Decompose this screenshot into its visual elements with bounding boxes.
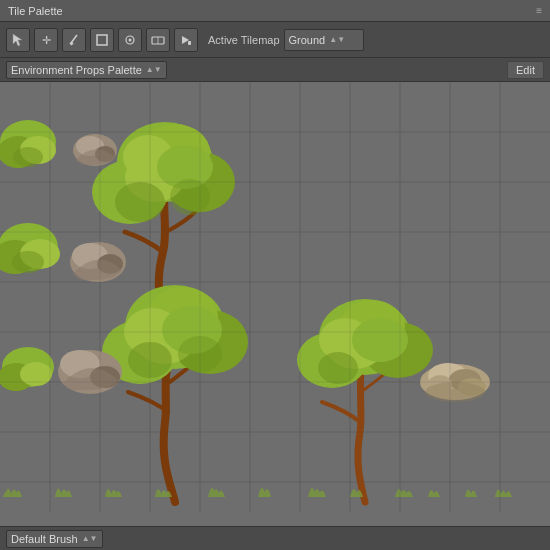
- erase-tool-button[interactable]: [146, 28, 170, 52]
- brush-dropdown[interactable]: Default Brush ▲▼: [6, 530, 103, 548]
- svg-rect-3: [69, 41, 73, 45]
- svg-point-62: [12, 251, 44, 273]
- tilemap-dropdown[interactable]: Ground ▲▼: [284, 29, 364, 51]
- svg-point-58: [13, 147, 43, 167]
- select-tool-button[interactable]: [6, 28, 30, 52]
- bottom-bar: Default Brush ▲▼: [0, 526, 550, 550]
- svg-point-80: [425, 382, 485, 402]
- box-tool-button[interactable]: [90, 28, 114, 52]
- tile-grid-svg: [0, 82, 550, 512]
- svg-point-54: [318, 352, 358, 384]
- window-menu-icon[interactable]: ≡: [536, 5, 542, 16]
- brush-dropdown-arrow: ▲▼: [82, 534, 98, 543]
- svg-rect-4: [97, 35, 107, 45]
- palette-header: Environment Props Palette ▲▼ Edit: [0, 58, 550, 82]
- palette-dropdown[interactable]: Environment Props Palette ▲▼: [6, 61, 167, 79]
- window-title: Tile Palette: [8, 5, 63, 17]
- active-tilemap-label: Active Tilemap: [208, 34, 280, 46]
- svg-rect-9: [188, 41, 191, 45]
- paint-tool-button[interactable]: [62, 28, 86, 52]
- svg-point-6: [129, 38, 132, 41]
- svg-point-36: [115, 182, 165, 222]
- title-bar: Tile Palette ≡: [0, 0, 550, 22]
- pick-tool-button[interactable]: [118, 28, 142, 52]
- svg-point-53: [352, 318, 408, 362]
- tilemap-dropdown-arrow: ▲▼: [329, 35, 345, 44]
- svg-marker-0: [13, 34, 22, 46]
- palette-dropdown-value: Environment Props Palette: [11, 64, 142, 76]
- svg-point-37: [170, 179, 210, 215]
- move-tool-button[interactable]: ✛: [34, 28, 58, 52]
- tilemap-dropdown-value: Ground: [289, 34, 326, 46]
- tile-canvas[interactable]: [0, 82, 550, 526]
- svg-text:✛: ✛: [42, 34, 51, 46]
- main-content: ✛: [0, 22, 550, 550]
- toolbar: ✛: [0, 22, 550, 58]
- palette-dropdown-arrow: ▲▼: [146, 65, 162, 74]
- edit-button[interactable]: Edit: [507, 61, 544, 79]
- fill-tool-button[interactable]: [174, 28, 198, 52]
- svg-point-65: [20, 362, 52, 386]
- brush-dropdown-value: Default Brush: [11, 533, 78, 545]
